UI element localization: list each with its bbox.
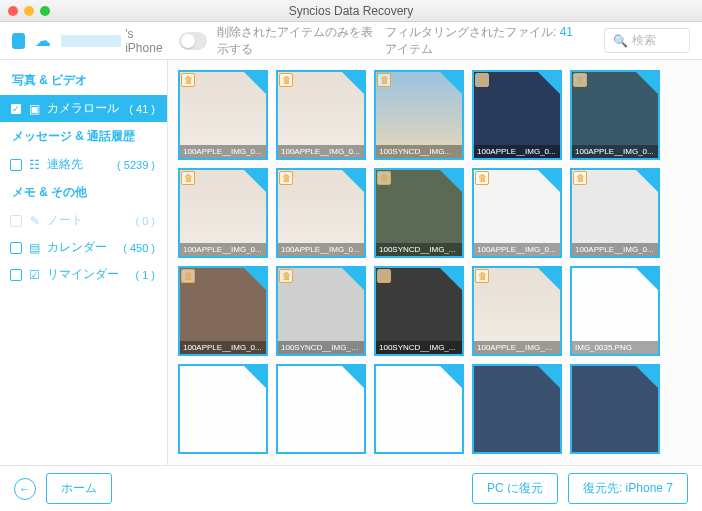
thumbnail-caption: 100SYNCD__IMG... [376,145,462,158]
thumbnail-item[interactable]: 🗑100APPLE__IMG_0... [276,168,366,258]
minimize-icon[interactable] [24,6,34,16]
trash-icon: 🗑 [181,269,195,283]
checkbox-icon[interactable] [10,159,22,171]
checkbox-icon[interactable] [10,269,22,281]
sidebar-item-label: リマインダー [47,266,119,283]
selected-corner-icon [636,366,658,388]
zoom-icon[interactable] [40,6,50,16]
sidebar-item-camera-roll[interactable]: ✓ ▣ カメラロール ( 41 ) [0,95,167,122]
sidebar: 写真 & ビデオ ✓ ▣ カメラロール ( 41 ) メッセージ & 通話履歴 … [0,60,168,465]
selected-corner-icon [244,366,266,388]
thumbnail-item[interactable] [570,364,660,454]
thumbnail-caption: 100SYNCD__IMG_0... [278,341,364,354]
thumbnail-item[interactable] [374,364,464,454]
device-suffix: 's iPhone [125,27,162,55]
selected-corner-icon [440,366,462,388]
thumbnail-caption: 100APPLE__IMG_0... [278,145,364,158]
home-icon[interactable]: ← [14,478,36,500]
device-name: 's iPhone [61,27,162,55]
checkbox-icon[interactable] [10,242,22,254]
trash-icon: 🗑 [475,73,489,87]
thumbnail-item[interactable]: 🗑100APPLE__IMG_0... [570,168,660,258]
selected-corner-icon [538,366,560,388]
selected-corner-icon [636,72,658,94]
sidebar-item-label: カメラロール [47,100,119,117]
thumbnail-item[interactable]: 🗑100APPLE__IMG_0... [178,168,268,258]
trash-icon: 🗑 [475,269,489,283]
thumbnail-item[interactable]: 🗑100SYNCD__IMG_... [374,168,464,258]
recover-pc-button[interactable]: PC に復元 [472,473,558,504]
titlebar: Syncios Data Recovery [0,0,702,22]
thumbnail-item[interactable]: 🗑100APPLE__IMG_0... [276,70,366,160]
selected-corner-icon [342,170,364,192]
close-icon[interactable] [8,6,18,16]
home-button[interactable]: ホーム [46,473,112,504]
contacts-icon: ☷ [28,158,41,171]
thumbnail-item[interactable] [472,364,562,454]
trash-icon: 🗑 [573,73,587,87]
thumbnail-caption: 100APPLE__IMG_0... [180,341,266,354]
sidebar-item-notes: ✎ ノート ( 0 ) [0,207,167,234]
thumbnail-caption: 100APPLE__IMG_0... [180,145,266,158]
sidebar-item-count: ( 450 ) [123,242,155,254]
window-title: Syncios Data Recovery [0,4,702,18]
selected-corner-icon [440,268,462,290]
checkbox-icon[interactable]: ✓ [10,103,22,115]
thumbnail-item[interactable]: 🗑100APPLE__IMG_0... [472,70,562,160]
thumbnail-item[interactable]: 🗑100APPLE__IMG_0... [570,70,660,160]
thumbnail-item[interactable] [276,364,366,454]
filter-count: 41 [560,25,573,39]
thumbnail-item[interactable] [178,364,268,454]
trash-icon: 🗑 [377,171,391,185]
search-placeholder: 検索 [632,32,656,49]
selected-corner-icon [636,268,658,290]
calendar-icon: ▤ [28,241,41,254]
sidebar-item-count: ( 5239 ) [117,159,155,171]
sidebar-item-label: ノート [47,212,83,229]
selected-corner-icon [440,72,462,94]
thumbnail-grid: 🗑100APPLE__IMG_0...🗑100APPLE__IMG_0...🗑1… [168,60,702,465]
thumbnail-caption: 100APPLE__IMG_0... [572,243,658,256]
thumbnail-item[interactable]: 🗑100APPLE__IMG_N... [472,266,562,356]
deleted-only-toggle[interactable] [179,32,207,50]
search-input[interactable]: 🔍 検索 [604,28,690,53]
sidebar-item-label: 連絡先 [47,156,83,173]
thumbnail-item[interactable]: 🗑100APPLE__IMG_0... [178,266,268,356]
sidebar-item-count: ( 0 ) [135,215,155,227]
device-icon [12,33,25,49]
sidebar-item-count: ( 1 ) [135,269,155,281]
trash-icon: 🗑 [377,73,391,87]
checkbox-icon [10,215,22,227]
selected-corner-icon [636,170,658,192]
thumbnail-caption: 100SYNCD__IMG_... [376,341,462,354]
trash-icon: 🗑 [377,269,391,283]
thumbnail-item[interactable]: 🗑100SYNCD__IMG... [374,70,464,160]
thumbnail-item[interactable]: 🗑100SYNCD__IMG_0... [276,266,366,356]
sidebar-item-reminders[interactable]: ☑ リマインダー ( 1 ) [0,261,167,288]
search-icon: 🔍 [613,34,628,48]
thumbnail-item[interactable]: 🗑100APPLE__IMG_0... [178,70,268,160]
device-name-redacted [61,35,121,47]
grid-inner: 🗑100APPLE__IMG_0...🗑100APPLE__IMG_0...🗑1… [178,70,692,454]
selected-corner-icon [342,72,364,94]
toolbar: ☁ 's iPhone 削除されたアイテムのみを表示する フィルタリングされたフ… [0,22,702,60]
trash-icon: 🗑 [573,171,587,185]
selected-corner-icon [538,72,560,94]
sidebar-item-contacts[interactable]: ☷ 連絡先 ( 5239 ) [0,151,167,178]
window-controls [8,6,50,16]
section-memo: メモ & その他 [0,178,167,207]
photo-icon: ▣ [28,102,41,115]
recover-device-button[interactable]: 復元先: iPhone 7 [568,473,688,504]
selected-corner-icon [538,268,560,290]
deleted-only-label: 削除されたアイテムのみを表示する [217,24,375,58]
thumbnail-item[interactable]: 🗑100APPLE__IMG_0... [472,168,562,258]
thumbnail-item[interactable]: IMG_0035.PNG [570,266,660,356]
trash-icon: 🗑 [475,171,489,185]
sidebar-item-count: ( 41 ) [129,103,155,115]
thumbnail-item[interactable]: 🗑100SYNCD__IMG_... [374,266,464,356]
thumbnail-caption: 100APPLE__IMG_0... [572,145,658,158]
selected-corner-icon [244,72,266,94]
trash-icon: 🗑 [279,269,293,283]
section-photos: 写真 & ビデオ [0,66,167,95]
sidebar-item-calendar[interactable]: ▤ カレンダー ( 450 ) [0,234,167,261]
